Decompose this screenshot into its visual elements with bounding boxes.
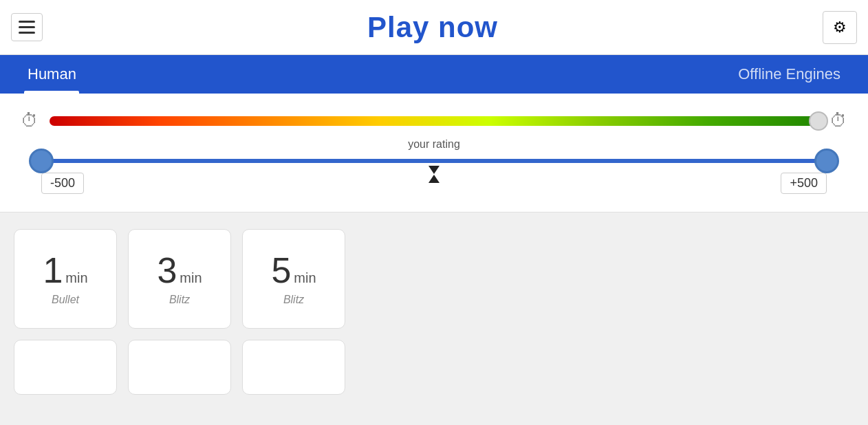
range-slider-track[interactable] <box>41 159 827 163</box>
time-card-partial-3[interactable] <box>242 340 345 395</box>
time-label-5: Blitz <box>283 294 304 306</box>
cards-row-2 <box>14 340 854 395</box>
tab-offline-engines[interactable]: Offline Engines <box>710 55 868 94</box>
cards-section: 1 min Bullet 3 min Blitz 5 min Blitz <box>0 212 868 395</box>
clock-left-icon[interactable]: ⏱ <box>21 110 39 131</box>
range-min-label: -500 <box>41 173 84 194</box>
header: Play now ⚙ <box>0 0 868 55</box>
time-unit-1: min <box>65 270 87 286</box>
rating-slider-container: your rating -500 +500 <box>41 159 827 201</box>
time-card-1min[interactable]: 1 min Bullet <box>14 229 117 329</box>
cards-row-1: 1 min Bullet 3 min Blitz 5 min Blitz <box>14 229 854 329</box>
your-rating-label: your rating <box>408 138 460 151</box>
time-unit-3: min <box>180 270 202 286</box>
time-label-3: Blitz <box>169 294 190 306</box>
time-label-1: Bullet <box>52 294 79 306</box>
clock-right-icon[interactable]: ⏱ <box>829 110 847 131</box>
page-title: Play now <box>367 11 498 44</box>
time-card-5min[interactable]: 5 min Blitz <box>242 229 345 329</box>
menu-button[interactable] <box>11 13 43 41</box>
time-slider-row: ⏱ ⏱ <box>21 110 847 131</box>
range-thumb-right[interactable] <box>814 149 839 173</box>
tab-bar: Human Offline Engines <box>0 55 868 94</box>
time-unit-5: min <box>294 270 316 286</box>
time-value-1: 1 <box>43 252 63 288</box>
color-slider-thumb[interactable] <box>809 111 828 131</box>
time-value-3: 3 <box>157 252 177 288</box>
range-labels: -500 +500 <box>41 173 827 194</box>
range-max-label: +500 <box>781 173 827 194</box>
range-thumb-left[interactable] <box>29 149 54 173</box>
time-value-5: 5 <box>271 252 291 288</box>
time-card-partial-1[interactable] <box>14 340 117 395</box>
color-slider-track[interactable] <box>50 116 818 126</box>
time-card-partial-2[interactable] <box>128 340 231 395</box>
tab-human[interactable]: Human <box>0 55 104 94</box>
time-card-3min[interactable]: 3 min Blitz <box>128 229 231 329</box>
rating-section: ⏱ ⏱ your rating -500 +500 <box>0 94 868 212</box>
settings-button[interactable]: ⚙ <box>823 11 857 44</box>
